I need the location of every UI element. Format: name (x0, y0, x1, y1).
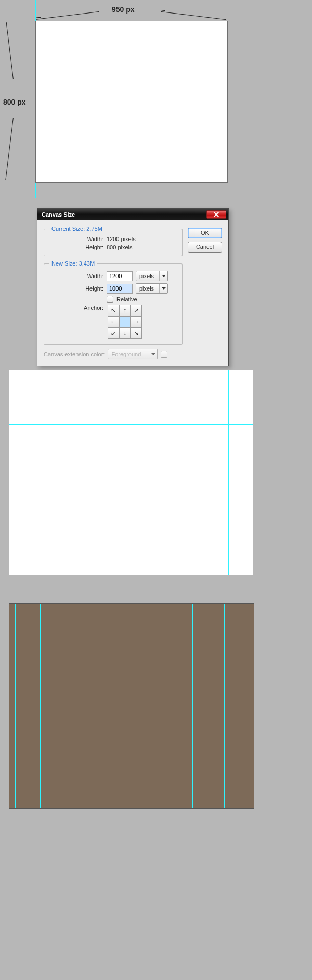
guide-v2b (192, 604, 193, 808)
anchor-grid: ↖ ↑ ↗ ← → ↙ ↓ ↘ (108, 305, 142, 339)
current-width-row: Width: 1200 pixels (49, 236, 177, 242)
current-width-value: 1200 pixels (107, 236, 136, 242)
extension-color-label: Canvas extension color: (44, 351, 105, 357)
anchor-ne[interactable]: ↗ (131, 305, 142, 316)
width-unit-value: pixels (136, 273, 159, 279)
anchor-row: Anchor: ↖ ↑ ↗ ← → ↙ ↓ ↘ (49, 305, 177, 339)
guide-v1 (35, 370, 35, 575)
extension-color-swatch (161, 351, 167, 358)
new-height-input[interactable] (107, 284, 133, 294)
current-size-group: Current Size: 2,75M Width: 1200 pixels H… (44, 225, 183, 256)
guide-v3 (228, 370, 229, 575)
guide-v2 (167, 370, 167, 575)
canvas-950x800 (35, 21, 228, 183)
new-size-group: New Size: 3,43M Width: pixels Height: (44, 260, 183, 345)
tutorial-composite: 950 px 800 px Canvas Size Current Size: … (0, 0, 312, 980)
extension-color-row: Canvas extension color: Foreground (44, 349, 183, 359)
dim-arrow-left (36, 11, 99, 20)
anchor-s[interactable]: ↓ (119, 328, 131, 339)
anchor-center[interactable] (119, 316, 131, 328)
new-width-label: Width: (49, 273, 103, 279)
anchor-e[interactable]: → (131, 316, 142, 328)
guide-v0b (15, 604, 16, 808)
height-dim-label: 800 px (3, 98, 26, 106)
anchor-se[interactable]: ↘ (131, 328, 142, 339)
guide-v1b (40, 604, 41, 808)
extension-color-value: Foreground (108, 351, 149, 357)
chevron-down-icon (149, 349, 157, 359)
relative-row: Relative (49, 296, 177, 303)
guide-v3b (224, 604, 225, 808)
current-height-row: Height: 800 pixels (49, 244, 177, 250)
section-1: 950 px 800 px (0, 0, 312, 198)
new-size-legend: New Size: 3,43M (49, 260, 97, 267)
dialog-right-column: OK Cancel (188, 225, 222, 359)
relative-checkbox[interactable] (107, 296, 113, 303)
canvas-brown-guides (9, 603, 254, 809)
guide-h3b (9, 785, 254, 785)
guide-h1 (9, 424, 253, 425)
anchor-nw[interactable]: ↖ (108, 305, 119, 316)
anchor-sw[interactable]: ↙ (108, 328, 119, 339)
anchor-n[interactable]: ↑ (119, 305, 131, 316)
chevron-down-icon (159, 284, 167, 293)
canvas-size-dialog: Canvas Size Current Size: 2,75M Width: 1… (37, 208, 229, 366)
new-height-label: Height: (49, 285, 103, 292)
close-button[interactable] (206, 210, 226, 219)
guide-h1b (9, 656, 254, 656)
guide-bottom (0, 183, 312, 183)
dialog-left-column: Current Size: 2,75M Width: 1200 pixels H… (44, 225, 183, 359)
current-height-value: 800 pixels (107, 244, 133, 250)
dialog-title: Canvas Size (42, 211, 206, 218)
anchor-w[interactable]: ← (108, 316, 119, 328)
dialog-body: Current Size: 2,75M Width: 1200 pixels H… (37, 220, 228, 366)
current-width-label: Width: (49, 236, 103, 242)
cancel-button[interactable]: Cancel (188, 242, 222, 253)
dim-arrow-right (161, 11, 226, 20)
current-size-legend: Current Size: 2,75M (49, 225, 105, 232)
new-height-row: Height: pixels (49, 283, 177, 294)
extension-color-select: Foreground (108, 349, 158, 359)
new-width-row: Width: pixels (49, 271, 177, 281)
guide-right (228, 0, 228, 198)
dim-arrow-top (6, 22, 14, 79)
dialog-titlebar[interactable]: Canvas Size (37, 209, 228, 220)
close-icon (214, 212, 219, 217)
width-dim-label: 950 px (112, 5, 135, 14)
guide-v4b (249, 604, 249, 808)
width-unit-select[interactable]: pixels (136, 271, 168, 281)
dim-arrow-bottom (5, 118, 14, 180)
guide-h2b (9, 662, 254, 662)
guide-h2 (9, 554, 253, 554)
height-unit-value: pixels (136, 285, 159, 292)
anchor-label: Anchor: (49, 305, 103, 311)
height-unit-select[interactable]: pixels (136, 283, 168, 294)
relative-label: Relative (116, 296, 137, 303)
current-height-label: Height: (49, 244, 103, 250)
canvas-white-guides (9, 370, 253, 575)
ok-button[interactable]: OK (188, 228, 222, 238)
new-width-input[interactable] (107, 271, 133, 281)
chevron-down-icon (159, 271, 167, 281)
